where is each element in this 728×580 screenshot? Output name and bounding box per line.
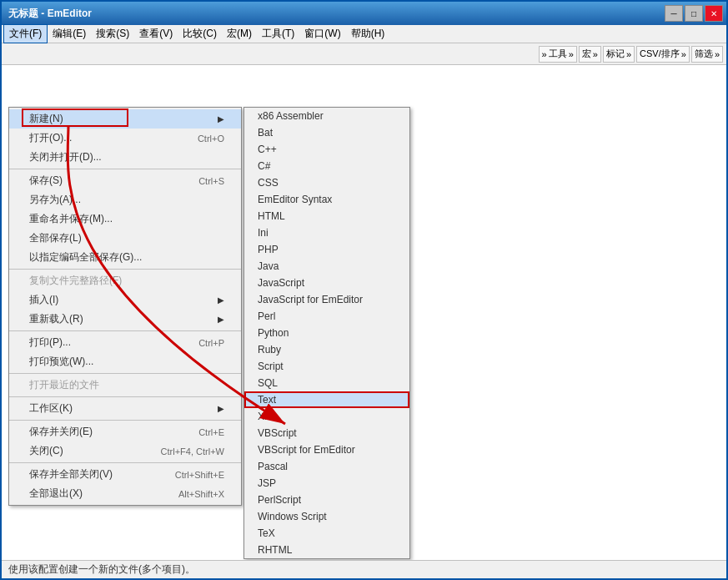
menu-file[interactable]: 文件(F) [3,24,48,43]
maximize-button[interactable]: □ [685,5,703,22]
menu-macro[interactable]: 宏(M) [222,25,257,43]
submenu-emeditor-syntax[interactable]: EmEditor Syntax [244,191,409,208]
file-menu-section-6: 工作区(K) ▶ [9,397,241,421]
file-menu-close-open[interactable]: 关闭并打开(D)... [9,148,241,167]
submenu-perl[interactable]: Perl [244,308,409,325]
submenu-javascript-em[interactable]: JavaScript for EmEditor [244,291,409,308]
menu-view[interactable]: 查看(V) [134,25,178,43]
file-menu-print-preview[interactable]: 打印预览(W)... [9,352,241,371]
menu-tools[interactable]: 工具(T) [257,25,299,43]
submenu-sql[interactable]: SQL [244,375,409,391]
file-menu-rename-save[interactable]: 重命名并保存(M)... [9,209,241,229]
file-menu-workspace[interactable]: 工作区(K) ▶ [9,399,241,418]
file-menu-insert[interactable]: 插入(I) ▶ [9,290,241,310]
submenu-rhtml[interactable]: RHTML [244,542,409,558]
menubar: 文件(F) 编辑(E) 搜索(S) 查看(V) 比较(C) 宏(M) 工具(T)… [2,25,726,43]
window-title: 无标题 - EmEditor [5,7,92,21]
file-menu-open[interactable]: 打开(O)... Ctrl+O [9,129,241,148]
menu-help[interactable]: 帮助(H) [346,25,390,43]
file-menu-section-7: 保存并关闭(E) Ctrl+E 关闭(C) Ctrl+F4, Ctrl+W [9,421,241,463]
new-file-submenu: x86 Assembler Bat C++ C# CSS EmEditor Sy… [244,107,410,559]
toolbar-macro[interactable]: 宏 » [579,46,601,63]
submenu-xml[interactable]: XML [244,408,409,425]
file-menu-print[interactable]: 打印(P)... Ctrl+P [9,333,241,352]
menu-search[interactable]: 搜索(S) [91,25,134,43]
submenu-jsp[interactable]: JSP [244,475,409,492]
file-menu-exit[interactable]: 全部退出(X) Alt+Shift+X [9,484,241,503]
submenu-x86[interactable]: x86 Assembler [244,108,409,124]
menu-window[interactable]: 窗口(W) [299,25,345,43]
submenu-css[interactable]: CSS [244,174,409,191]
submenu-html[interactable]: HTML [244,208,409,224]
file-menu-save-all[interactable]: 全部保存(L) [9,229,241,248]
file-menu-save-as[interactable]: 另存为(A)... [9,190,241,209]
main-window: 无标题 - EmEditor ─ □ ✕ 文件(F) 编辑(E) 搜索(S) 查… [0,0,728,580]
minimize-button[interactable]: ─ [665,5,683,22]
status-text: 使用该配置创建一个新的文件(多个项目)。 [8,562,195,577]
titlebar: 无标题 - EmEditor ─ □ ✕ [2,2,726,25]
file-menu-new[interactable]: 新建(N) ▶ [9,109,241,129]
file-menu-save-close[interactable]: 保存并关闭(E) Ctrl+E [9,422,241,441]
file-menu-dropdown: 新建(N) ▶ 打开(O)... Ctrl+O 关闭并打开(D)... 保存(S… [8,107,242,506]
submenu-ruby[interactable]: Ruby [244,341,409,358]
submenu-text[interactable]: Text [244,391,409,408]
submenu-tex[interactable]: TeX [244,525,409,542]
submenu-script[interactable]: Script [244,358,409,375]
file-menu-save-close-all[interactable]: 保存并全部关闭(V) Ctrl+Shift+E [9,465,241,484]
toolbar-tools[interactable]: » 工具 » [539,46,577,63]
submenu-ini[interactable]: Ini [244,224,409,241]
submenu-pascal[interactable]: Pascal [244,458,409,475]
statusbar: 使用该配置创建一个新的文件(多个项目)。 [2,560,726,578]
file-menu-reload[interactable]: 重新载入(R) ▶ [9,310,241,329]
file-menu-section-2: 保存(S) Ctrl+S 另存为(A)... 重命名并保存(M)... 全部保存… [9,169,241,270]
menu-edit[interactable]: 编辑(E) [48,25,91,43]
submenu-bat[interactable]: Bat [244,124,409,141]
file-menu-close[interactable]: 关闭(C) Ctrl+F4, Ctrl+W [9,441,241,461]
menu-compare[interactable]: 比较(C) [178,25,222,43]
submenu-python[interactable]: Python [244,325,409,341]
window-controls: ─ □ ✕ [665,5,723,22]
file-menu-recent: 打开最近的文件 [9,376,241,395]
file-menu-section-1: 新建(N) ▶ 打开(O)... Ctrl+O 关闭并打开(D)... [9,108,241,169]
submenu-php[interactable]: PHP [244,241,409,258]
toolbar: » 工具 » 宏 » 标记 » CSV/排序 » 筛选 » [2,43,726,65]
submenu-vbscript-em[interactable]: VBScript for EmEditor [244,441,409,458]
submenu-windows-script[interactable]: Windows Script [244,508,409,525]
file-menu-copy-path: 复制文件完整路径(F) [9,271,241,290]
file-menu-section-8: 保存并全部关闭(V) Ctrl+Shift+E 全部退出(X) Alt+Shif… [9,463,241,505]
file-menu-section-3: 复制文件完整路径(F) 插入(I) ▶ 重新载入(R) ▶ [9,270,241,331]
submenu-csharp[interactable]: C# [244,158,409,174]
submenu-vbscript[interactable]: VBScript [244,425,409,441]
file-menu-save-all-encoding[interactable]: 以指定编码全部保存(G)... [9,248,241,267]
toolbar-csv[interactable]: CSV/排序 » [636,46,690,63]
file-menu-save[interactable]: 保存(S) Ctrl+S [9,171,241,190]
toolbar-filter[interactable]: 筛选 » [691,46,723,63]
content-area: 新建(N) ▶ 打开(O)... Ctrl+O 关闭并打开(D)... 保存(S… [2,65,726,560]
submenu-java[interactable]: Java [244,258,409,275]
file-menu-section-5: 打开最近的文件 [9,374,241,397]
submenu-javascript[interactable]: JavaScript [244,275,409,291]
submenu-cpp[interactable]: C++ [244,141,409,158]
submenu-perlscript[interactable]: PerlScript [244,492,409,508]
toolbar-marks[interactable]: 标记 » [603,46,635,63]
close-button[interactable]: ✕ [705,5,723,22]
file-menu-section-4: 打印(P)... Ctrl+P 打印预览(W)... [9,331,241,374]
